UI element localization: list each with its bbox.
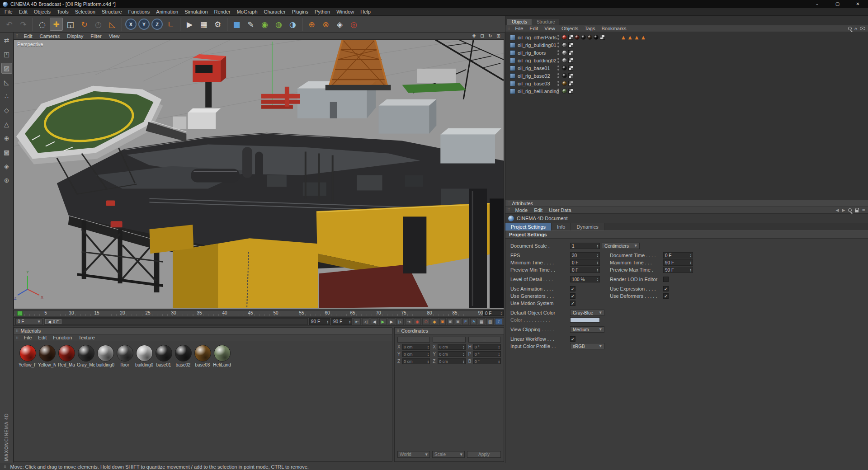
frame-field[interactable]: 0 F ▼ xyxy=(15,318,42,325)
object-row[interactable]: oil_rig_building02 xyxy=(505,56,868,64)
add-instance-icon[interactable]: ◍ xyxy=(272,18,285,31)
move-global-icon[interactable]: ⊕ xyxy=(305,18,318,31)
material-tag[interactable] xyxy=(587,35,592,40)
menu-item[interactable]: Window xyxy=(333,8,357,16)
tab-structure[interactable]: Structure xyxy=(532,19,560,25)
redo-icon[interactable]: ↷ xyxy=(17,18,30,31)
visibility-dots[interactable] xyxy=(557,81,559,86)
material-tag[interactable] xyxy=(562,89,567,94)
viewport-menu-item[interactable]: Filter xyxy=(87,33,105,40)
selection-tags[interactable]: ▲ ▲ ▲ ▲ xyxy=(622,35,645,40)
menu-item[interactable]: Animation xyxy=(153,8,181,16)
edges-mode-icon[interactable]: ◇ xyxy=(1,105,12,116)
material-preview-sphere[interactable] xyxy=(214,345,231,362)
search-icon[interactable] xyxy=(848,27,852,30)
interactive-render-region-icon[interactable]: ◎ xyxy=(347,18,360,31)
position-z-field[interactable]: 0 cm▴▾ xyxy=(402,358,430,364)
materials-menu-item[interactable]: File xyxy=(21,334,35,341)
rotation-header[interactable]: – xyxy=(468,337,501,343)
object-name[interactable]: oil_rig_heliLanding xyxy=(518,89,559,94)
panel-menu-icon[interactable]: ≡ xyxy=(862,208,865,212)
history-forward-icon[interactable]: ▶ xyxy=(842,208,845,212)
play-button[interactable]: ▶ xyxy=(379,318,387,325)
position-y-field[interactable]: 0 cm▴▾ xyxy=(402,351,430,357)
rotation-h-field[interactable]: 0 °▴▾ xyxy=(473,344,501,350)
material-preview-sphere[interactable] xyxy=(19,345,36,362)
render-picture-viewer-icon[interactable]: ▦ xyxy=(197,18,210,31)
sound-toggle-icon[interactable]: ♪ xyxy=(495,318,502,325)
current-frame-marker[interactable] xyxy=(17,311,23,316)
material-preview-sphere[interactable] xyxy=(175,345,192,362)
uvw-tag[interactable] xyxy=(568,58,573,63)
next-key-icon[interactable]: ▷ xyxy=(396,318,404,325)
visibility-dots[interactable] xyxy=(557,50,559,55)
materials-menu-item[interactable]: Texture xyxy=(75,334,98,341)
menu-item[interactable]: Help xyxy=(357,8,374,16)
position-x-field[interactable]: 0 cm▴▾ xyxy=(402,344,430,350)
material-tag[interactable] xyxy=(562,73,567,78)
record-keyframe-icon[interactable]: ◉ xyxy=(414,318,421,325)
snap-settings-icon[interactable]: ◈ xyxy=(333,18,346,31)
scale-view-icon[interactable]: ⊡ xyxy=(479,33,486,39)
timeline-ruler[interactable]: 0 F ▴▾ 510152025303540455055606570758085… xyxy=(14,310,504,316)
panel-grip-icon[interactable]: ⠿ xyxy=(14,34,20,38)
object-manager-menu-item[interactable]: File xyxy=(512,25,527,32)
uvw-tag[interactable] xyxy=(568,66,573,70)
tab-objects[interactable]: Objects xyxy=(507,19,532,25)
material-swatch[interactable]: floor xyxy=(116,345,134,367)
material-swatch[interactable]: base02 xyxy=(174,345,192,367)
material-swatch[interactable]: Gray_Me xyxy=(77,345,95,367)
material-swatch[interactable]: base03 xyxy=(193,345,212,367)
menu-item[interactable]: Objects xyxy=(31,8,54,16)
lock-icon[interactable] xyxy=(855,210,859,212)
playback-options-icon[interactable]: ▥ xyxy=(486,318,494,325)
preview-max-field[interactable]: 90 F▴▾ xyxy=(663,267,693,273)
menu-item[interactable]: Structure xyxy=(99,8,125,16)
material-tag[interactable] xyxy=(562,42,567,47)
fps-field[interactable]: 30▴▾ xyxy=(570,252,600,258)
size-header[interactable]: – xyxy=(433,337,465,343)
object-manager-menu-item[interactable]: Bookmarks xyxy=(599,25,630,32)
toggle-views-icon[interactable]: ⊞ xyxy=(495,33,502,39)
material-preview-sphere[interactable] xyxy=(97,345,114,362)
document-time-field[interactable]: 0 F▴▾ xyxy=(663,252,693,258)
axis-mode-icon[interactable]: ⊕ xyxy=(1,133,12,144)
material-swatch[interactable]: Yellow_F xyxy=(19,345,37,367)
coordinate-system-dropdown[interactable]: World▼ xyxy=(397,451,430,458)
key-parameter-icon[interactable]: P xyxy=(462,318,469,325)
lock-x-axis-icon[interactable]: X xyxy=(125,19,137,30)
attributes-menu-item[interactable]: User Data xyxy=(546,207,575,214)
object-name[interactable]: oil_rig_base01 xyxy=(518,66,550,71)
workplane-icon[interactable]: ◺ xyxy=(106,18,119,31)
uvw-tag[interactable] xyxy=(568,73,573,78)
tab-info[interactable]: Info xyxy=(552,223,571,230)
default-color-dropdown[interactable]: Gray-Blue▼ xyxy=(570,310,604,316)
visibility-dots[interactable] xyxy=(557,42,559,47)
autokeying-icon[interactable]: ⊙ xyxy=(422,318,429,325)
workplane-mode-icon[interactable]: ◺ xyxy=(1,77,12,88)
rotate-tool-icon[interactable]: ↻ xyxy=(78,18,91,31)
prev-frame-icon[interactable]: ◀ xyxy=(371,318,378,325)
goto-start-icon[interactable]: ⇤ xyxy=(354,318,361,325)
snap-icon[interactable]: ◈ xyxy=(1,161,12,172)
object-manager-menu-item[interactable]: View xyxy=(541,25,558,32)
apply-button[interactable]: Apply xyxy=(467,451,501,458)
tab-dynamics[interactable]: Dynamics xyxy=(571,223,604,230)
move-tool-icon[interactable]: ✚ xyxy=(50,18,63,31)
object-row[interactable]: oil_rig_base03 xyxy=(505,80,868,87)
render-lod-checkbox[interactable] xyxy=(663,277,669,282)
menu-item[interactable]: Python xyxy=(311,8,333,16)
model-mode-icon[interactable]: ◳ xyxy=(1,49,12,60)
use-generators-checkbox[interactable]: ✓ xyxy=(570,293,576,299)
document-max-field[interactable]: 90 F ▴▾ xyxy=(331,318,352,325)
material-tag[interactable] xyxy=(562,35,567,40)
ram-play-icon[interactable]: ▦ xyxy=(478,318,485,325)
view-clipping-dropdown[interactable]: Medium▼ xyxy=(570,326,604,333)
texture-mode-icon[interactable]: ▨ xyxy=(1,63,12,74)
panel-grip-icon[interactable]: ⠿ xyxy=(14,329,21,333)
add-sky-icon[interactable]: ◑ xyxy=(286,18,299,31)
minimum-time-field[interactable]: 0 F▴▾ xyxy=(570,259,600,266)
uvw-tag[interactable] xyxy=(600,35,605,40)
material-swatch[interactable]: Yellow_M xyxy=(38,345,56,367)
attributes-menu-item[interactable]: Mode xyxy=(512,207,531,214)
